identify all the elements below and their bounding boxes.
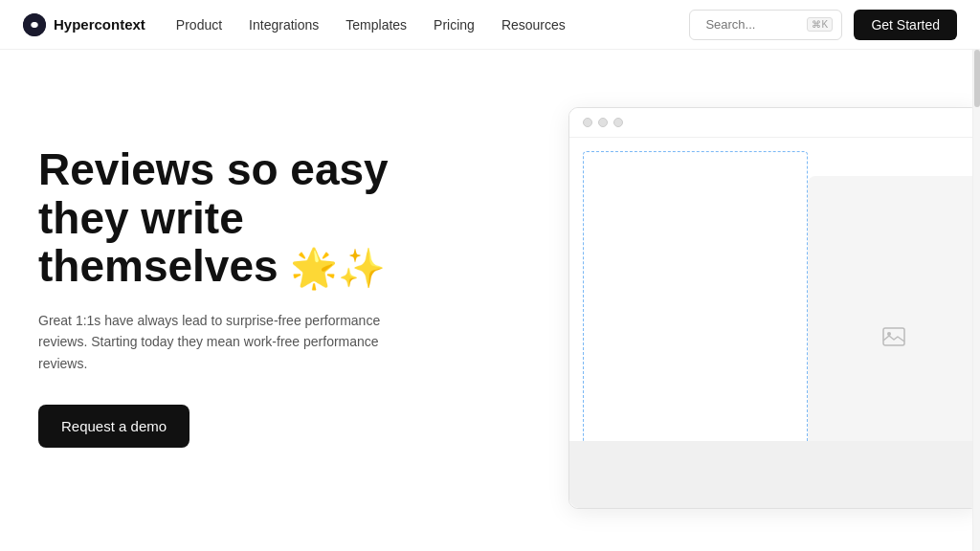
hero-heading: Reviews so easy they write themselves 🌟✨ [38, 145, 440, 291]
image-placeholder-icon [882, 327, 905, 352]
request-demo-button[interactable]: Request a demo [38, 405, 189, 448]
nav-link-resources[interactable]: Resources [501, 17, 566, 33]
sparkle-emoji: 🌟✨ [290, 247, 386, 289]
navbar: Hypercontext Product Integrations Templa… [0, 0, 980, 50]
get-started-button[interactable]: Get Started [854, 10, 957, 40]
scrollbar-thumb[interactable] [974, 50, 980, 107]
search-input[interactable] [705, 17, 801, 32]
logo-text: Hypercontext [54, 16, 145, 33]
nav-link-templates[interactable]: Templates [345, 17, 407, 33]
bottom-strip [569, 441, 979, 508]
svg-rect-4 [883, 328, 904, 345]
browser-dot-1 [583, 118, 592, 127]
navbar-right: ⌘K Get Started [689, 10, 957, 40]
hero-heading-line2: they write [38, 193, 244, 243]
browser-mockup [568, 107, 980, 509]
nav-links: Product Integrations Templates Pricing R… [176, 17, 566, 33]
nav-link-pricing[interactable]: Pricing [434, 17, 475, 33]
main-content: Reviews so easy they write themselves 🌟✨… [0, 50, 980, 551]
logo-icon [23, 13, 46, 36]
browser-top-bar [569, 108, 979, 138]
right-panel [440, 50, 980, 551]
hero-heading-line1: Reviews so easy [38, 144, 389, 194]
search-kbd: ⌘K [807, 17, 833, 32]
nav-link-integrations[interactable]: Integrations [249, 17, 319, 33]
svg-point-1 [32, 22, 37, 28]
browser-dot-3 [613, 118, 623, 127]
hero-section: Reviews so easy they write themselves 🌟✨… [38, 50, 440, 448]
scrollbar[interactable] [972, 50, 980, 551]
hero-description: Great 1:1s have always lead to surprise-… [38, 310, 383, 374]
hero-heading-line3: themselves [38, 241, 278, 291]
logo[interactable]: Hypercontext [23, 13, 145, 36]
browser-dot-2 [598, 118, 608, 127]
navbar-left: Hypercontext Product Integrations Templa… [23, 13, 566, 36]
nav-link-product[interactable]: Product [176, 17, 222, 33]
search-box[interactable]: ⌘K [689, 10, 842, 40]
